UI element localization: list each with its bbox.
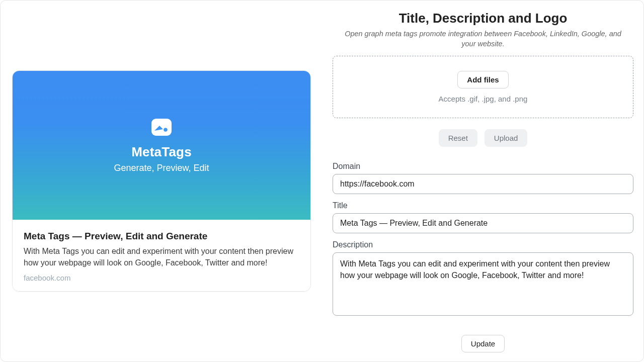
app-frame: MetaTags Generate, Preview, Edit Meta Ta… bbox=[0, 0, 644, 362]
update-button[interactable]: Update bbox=[461, 335, 505, 352]
preview-brand-name: MetaTags bbox=[131, 144, 192, 160]
description-textarea[interactable]: With Meta Tags you can edit and experime… bbox=[333, 252, 633, 316]
svg-point-2 bbox=[164, 128, 168, 132]
file-dropzone[interactable]: Add files Accepts .gif, .jpg, and .png bbox=[333, 56, 633, 118]
description-label: Description bbox=[333, 240, 633, 249]
svg-rect-0 bbox=[151, 119, 172, 136]
preview-column: MetaTags Generate, Preview, Edit Meta Ta… bbox=[11, 10, 312, 352]
domain-field-group: Domain bbox=[333, 162, 633, 194]
preview-body: Meta Tags — Preview, Edit and Generate W… bbox=[13, 220, 310, 291]
metatags-logo-icon bbox=[151, 117, 172, 138]
description-field-group: Description With Meta Tags you can edit … bbox=[333, 240, 633, 318]
reset-button[interactable]: Reset bbox=[439, 129, 477, 147]
preview-title: Meta Tags — Preview, Edit and Generate bbox=[24, 231, 299, 242]
upload-button-row: Reset Upload bbox=[333, 129, 633, 147]
domain-label: Domain bbox=[333, 162, 633, 171]
domain-input[interactable] bbox=[333, 174, 633, 194]
dropzone-accepts-text: Accepts .gif, .jpg, and .png bbox=[439, 95, 528, 103]
title-field-group: Title bbox=[333, 201, 633, 233]
add-files-button[interactable]: Add files bbox=[457, 71, 508, 88]
upload-button[interactable]: Upload bbox=[485, 129, 528, 147]
form-column: Title, Description and Logo Open graph m… bbox=[333, 10, 633, 352]
page-subtitle: Open graph meta tags promote integration… bbox=[342, 29, 624, 49]
preview-brand-tagline: Generate, Preview, Edit bbox=[114, 163, 209, 173]
preview-image: MetaTags Generate, Preview, Edit bbox=[13, 71, 310, 220]
title-input[interactable] bbox=[333, 213, 633, 233]
page-title: Title, Description and Logo bbox=[333, 11, 633, 26]
preview-card: MetaTags Generate, Preview, Edit Meta Ta… bbox=[12, 70, 311, 292]
preview-domain-display: facebook.com bbox=[24, 274, 299, 282]
update-row: Update bbox=[333, 335, 633, 352]
title-label: Title bbox=[333, 201, 633, 210]
preview-description: With Meta Tags you can edit and experime… bbox=[24, 246, 299, 268]
